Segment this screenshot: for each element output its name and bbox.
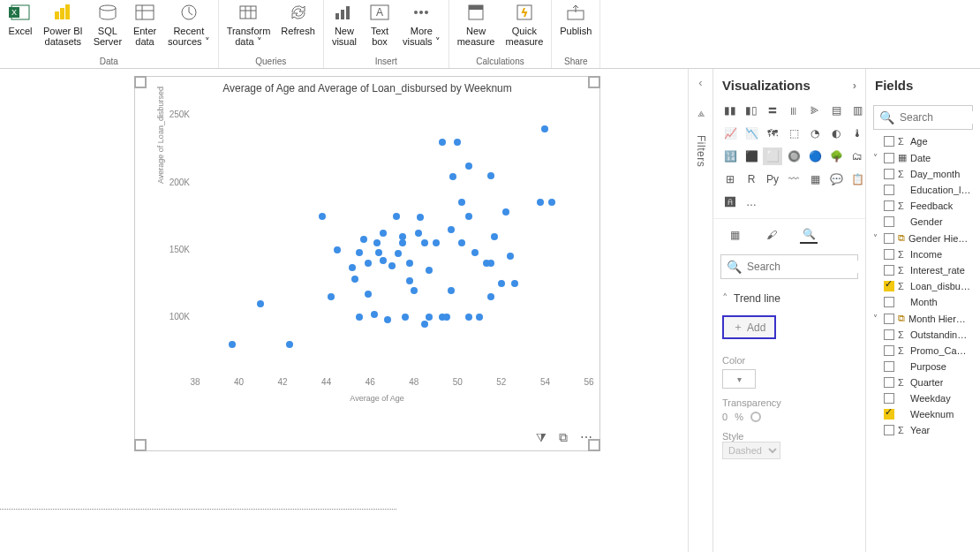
scatter-point[interactable]: [487, 293, 494, 300]
field-checkbox[interactable]: [884, 361, 894, 372]
enter-data-button[interactable]: Enterdata: [127, 0, 162, 49]
field-checkbox[interactable]: [884, 314, 894, 324]
scatter-point[interactable]: [421, 321, 428, 328]
field-checkbox[interactable]: [884, 265, 894, 276]
field-checkbox[interactable]: [884, 281, 894, 291]
expand-icon[interactable]: ˅: [870, 314, 880, 323]
publish-button[interactable]: Publish: [554, 0, 597, 38]
field-row[interactable]: ΣQuarter: [866, 374, 980, 390]
field-checkbox[interactable]: [884, 393, 894, 404]
excel-button[interactable]: XExcel: [3, 0, 38, 38]
analytics-tab-icon[interactable]: 🔍: [800, 226, 818, 244]
viz-type-button[interactable]: 〰: [784, 170, 803, 188]
scatter-point[interactable]: [476, 314, 483, 321]
viz-type-button[interactable]: 📋: [848, 170, 867, 188]
scatter-point[interactable]: [380, 230, 387, 237]
viz-type-button[interactable]: ▤: [826, 102, 846, 119]
field-checkbox[interactable]: [884, 249, 894, 260]
viz-type-button[interactable]: …: [742, 193, 761, 211]
viz-type-button[interactable]: ⬜: [763, 147, 782, 165]
field-checkbox[interactable]: [884, 216, 894, 227]
field-checkbox[interactable]: [884, 377, 894, 388]
scatter-point[interactable]: [399, 233, 406, 240]
style-dropdown[interactable]: Dashed: [722, 442, 780, 459]
field-row[interactable]: Month: [866, 294, 980, 310]
filters-collapsed-pane[interactable]: ‹ ⟁ Filters: [688, 69, 712, 552]
fields-search-input[interactable]: [900, 111, 980, 124]
scatter-point[interactable]: [417, 214, 424, 221]
scatter-point[interactable]: [286, 341, 293, 348]
scatter-point[interactable]: [360, 236, 367, 243]
viz-type-button[interactable]: ◐: [826, 125, 846, 142]
viz-type-button[interactable]: ◔: [805, 125, 825, 142]
scatter-point[interactable]: [349, 264, 356, 271]
scatter-point[interactable]: [465, 213, 472, 220]
viz-type-button[interactable]: 🔵: [805, 147, 825, 165]
quick-measure-button[interactable]: Quickmeasure: [500, 0, 548, 49]
scatter-point[interactable]: [448, 226, 455, 233]
analytics-search[interactable]: 🔍: [720, 254, 858, 279]
scatter-point[interactable]: [411, 287, 418, 294]
expand-icon[interactable]: ˅: [870, 153, 880, 163]
field-row[interactable]: ΣAge: [866, 133, 980, 149]
expand-filters-icon[interactable]: ‹: [698, 76, 702, 89]
scatter-point[interactable]: [458, 239, 465, 246]
scatter-point[interactable]: [393, 213, 400, 220]
field-checkbox[interactable]: [884, 409, 894, 420]
fields-search[interactable]: 🔍: [873, 105, 973, 130]
scatter-point[interactable]: [511, 280, 518, 287]
field-row[interactable]: Gender: [866, 214, 980, 230]
scatter-point[interactable]: [328, 293, 335, 300]
scatter-point[interactable]: [402, 314, 409, 321]
scatter-point[interactable]: [439, 139, 446, 146]
viz-type-button[interactable]: ▦: [805, 170, 825, 188]
fields-tab-icon[interactable]: ▦: [726, 226, 743, 244]
viz-type-button[interactable]: ⊞: [720, 170, 740, 188]
scatter-point[interactable]: [257, 300, 264, 307]
field-checkbox[interactable]: [884, 136, 894, 147]
viz-type-button[interactable]: 💬: [826, 170, 846, 188]
add-trend-line-button[interactable]: ＋ Add: [722, 315, 776, 339]
scatter-point[interactable]: [406, 277, 413, 284]
trend-line-header[interactable]: ˄ Trend line: [722, 288, 856, 308]
field-row[interactable]: ˅⧉Month Hier…: [866, 310, 980, 327]
scatter-point[interactable]: [388, 262, 396, 269]
color-dropdown[interactable]: ▾: [722, 369, 756, 389]
field-row[interactable]: ΣIncome: [866, 246, 980, 262]
field-row[interactable]: ΣPromo_Ca…: [866, 343, 980, 359]
scatter-point[interactable]: [356, 249, 363, 256]
recent-sources-button[interactable]: Recentsources ˅: [162, 0, 215, 49]
scatter-point[interactable]: [384, 316, 391, 323]
scatter-point[interactable]: [380, 257, 387, 264]
field-row[interactable]: ΣLoan_disbu…: [866, 278, 980, 294]
field-checkbox[interactable]: [884, 345, 894, 356]
filter-icon[interactable]: ⧩: [536, 430, 547, 445]
field-checkbox[interactable]: [884, 185, 894, 195]
transform-data-button[interactable]: Transformdata ˅: [222, 0, 276, 49]
field-checkbox[interactable]: [884, 425, 894, 435]
field-checkbox[interactable]: [884, 169, 894, 179]
refresh-button[interactable]: Refresh: [275, 0, 320, 38]
expand-icon[interactable]: ˅: [870, 233, 880, 243]
field-row[interactable]: ˅⧉Gender Hie…: [866, 230, 980, 246]
scatter-point[interactable]: [548, 199, 555, 206]
viz-type-button[interactable]: ⫼: [784, 102, 803, 119]
field-checkbox[interactable]: [884, 200, 894, 211]
viz-type-button[interactable]: ⬚: [784, 125, 803, 142]
scatter-point[interactable]: [465, 163, 472, 170]
resize-handle[interactable]: [588, 76, 600, 88]
scatter-point[interactable]: [365, 291, 372, 298]
scatter-point[interactable]: [448, 287, 455, 294]
scatter-point[interactable]: [406, 260, 413, 267]
viz-type-button[interactable]: R: [742, 170, 761, 188]
field-row[interactable]: ΣYear: [866, 422, 980, 438]
viz-type-button[interactable]: 🔘: [784, 147, 803, 165]
field-row[interactable]: Weekday: [866, 390, 980, 406]
scatter-point[interactable]: [454, 139, 461, 146]
search-input[interactable]: [747, 261, 879, 273]
scatter-point[interactable]: [498, 280, 505, 287]
viz-type-button[interactable]: 〓: [763, 102, 782, 119]
scatter-point[interactable]: [375, 249, 382, 256]
viz-type-button[interactable]: ▮▮: [720, 102, 740, 119]
field-checkbox[interactable]: [884, 153, 894, 163]
